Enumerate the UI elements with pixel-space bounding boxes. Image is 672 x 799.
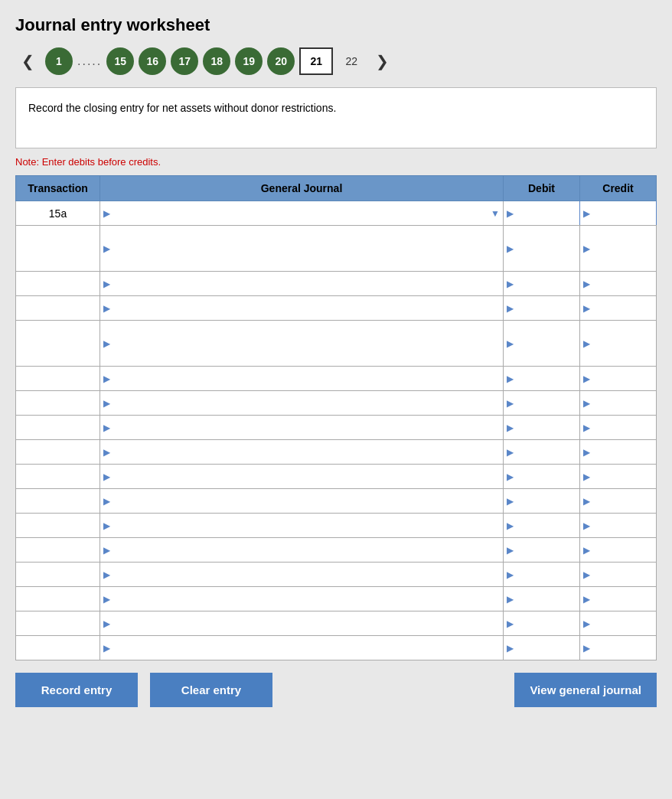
cell-arrow-icon: ▶: [103, 545, 110, 556]
table-row: ▶ ▶ ▶: [16, 611, 657, 636]
credit-arrow-icon: ▶: [583, 398, 590, 409]
debit-arrow-icon: ▶: [507, 243, 514, 254]
table-row: 15a ▶ ▼ ▶ ▶: [16, 201, 657, 226]
cell-arrow-icon: ▶: [103, 373, 110, 384]
cell-arrow-icon: ▶: [103, 496, 110, 507]
debit-arrow-icon: ▶: [507, 569, 514, 580]
transaction-cell-2: [16, 226, 100, 272]
instruction-text: Record the closing entry for net assets …: [28, 102, 336, 114]
nav-plain-22[interactable]: 22: [338, 47, 365, 75]
note-text: Note: Enter debits before credits.: [15, 156, 657, 168]
credit-arrow-icon: ▶: [583, 338, 590, 349]
debit-arrow-icon: ▶: [507, 279, 514, 289]
cell-arrow-icon: ▶: [103, 398, 110, 409]
debit-arrow-icon: ▶: [507, 496, 514, 507]
cell-arrow-icon: ▶: [103, 447, 110, 458]
table-row: ▶ ▶ ▶: [16, 296, 657, 321]
credit-arrow-icon: ▶: [583, 303, 590, 314]
debit-arrow-icon: ▶: [507, 643, 514, 654]
credit-arrow-icon: ▶: [583, 618, 590, 629]
record-entry-button[interactable]: Record entry: [15, 673, 138, 707]
cell-arrow-icon: ▶: [103, 208, 110, 219]
col-credit: Credit: [580, 176, 657, 201]
table-row: ▶ ▶ ▶: [16, 440, 657, 465]
credit-arrow-icon: ▶: [583, 569, 590, 580]
prev-arrow[interactable]: ❮: [15, 49, 41, 73]
table-row: ▶ ▶ ▶: [16, 587, 657, 611]
table-row: ▶ ▶ ▶: [16, 321, 657, 367]
table-row: ▶ ▶ ▶: [16, 563, 657, 587]
credit-arrow-icon: ▶: [583, 447, 590, 458]
cell-arrow-icon: ▶: [103, 303, 110, 314]
journal-cell-2[interactable]: ▶: [100, 226, 504, 272]
credit-cell-2[interactable]: ▶: [580, 226, 657, 272]
nav-circle-15[interactable]: 15: [106, 47, 134, 75]
cell-arrow-icon: ▶: [103, 422, 110, 433]
cell-arrow-icon: ▶: [103, 520, 110, 531]
debit-arrow-icon: ▶: [507, 545, 514, 556]
page-title: Journal entry worksheet: [15, 15, 657, 35]
table-row: ▶ ▶ ▶: [16, 391, 657, 416]
credit-arrow-icon: ▶: [583, 208, 590, 219]
cell-arrow-icon: ▶: [103, 243, 110, 254]
nav-active-21[interactable]: 21: [299, 47, 333, 75]
cell-arrow-icon: ▶: [103, 471, 110, 482]
next-arrow[interactable]: ❯: [370, 49, 395, 73]
credit-arrow-icon: ▶: [583, 545, 590, 556]
debit-arrow-icon: ▶: [507, 447, 514, 458]
debit-arrow-icon: ▶: [507, 594, 514, 605]
col-general-journal: General Journal: [100, 176, 504, 201]
cell-arrow-icon: ▶: [103, 569, 110, 580]
nav-circle-19[interactable]: 19: [235, 47, 263, 75]
cell-arrow-icon: ▶: [103, 618, 110, 629]
nav-circle-20[interactable]: 20: [267, 47, 295, 75]
nav-dots: .....: [77, 54, 102, 68]
debit-arrow-icon: ▶: [507, 373, 514, 384]
credit-arrow-icon: ▶: [583, 643, 590, 654]
debit-arrow-icon: ▶: [507, 398, 514, 409]
nav-circle-1[interactable]: 1: [45, 47, 73, 75]
table-row: ▶ ▶ ▶: [16, 514, 657, 538]
table-row: ▶ ▶ ▶: [16, 416, 657, 440]
journal-table: Transaction General Journal Debit Credit…: [15, 175, 657, 660]
credit-arrow-icon: ▶: [583, 520, 590, 531]
col-transaction: Transaction: [16, 176, 100, 201]
debit-arrow-icon: ▶: [507, 422, 514, 433]
clear-entry-button[interactable]: Clear entry: [150, 673, 272, 707]
debit-arrow-icon: ▶: [507, 208, 514, 219]
view-general-journal-button[interactable]: View general journal: [514, 673, 657, 707]
debit-arrow-icon: ▶: [507, 520, 514, 531]
cell-arrow-icon: ▶: [103, 279, 110, 289]
debit-cell-1[interactable]: ▶: [504, 201, 580, 226]
transaction-cell-1: 15a: [16, 201, 100, 226]
cell-arrow-icon: ▶: [103, 594, 110, 605]
debit-cell-2[interactable]: ▶: [504, 226, 580, 272]
table-row: ▶ ▶ ▶: [16, 272, 657, 296]
nav-circle-17[interactable]: 17: [171, 47, 198, 75]
credit-arrow-icon: ▶: [583, 373, 590, 384]
table-row: ▶ ▶ ▶: [16, 538, 657, 563]
nav-circle-16[interactable]: 16: [139, 47, 166, 75]
debit-arrow-icon: ▶: [507, 338, 514, 349]
journal-dropdown-cell[interactable]: ▶ ▼: [100, 201, 504, 226]
buttons-row: Record entry Clear entry View general jo…: [15, 673, 657, 707]
credit-cell-1[interactable]: ▶: [580, 201, 657, 226]
debit-arrow-icon: ▶: [507, 618, 514, 629]
dropdown-arrow-icon: ▼: [491, 208, 500, 219]
table-row: ▶ ▶ ▶: [16, 489, 657, 514]
table-row: ▶ ▶ ▶: [16, 465, 657, 489]
debit-arrow-icon: ▶: [507, 471, 514, 482]
table-row: ▶ ▶ ▶: [16, 636, 657, 660]
navigation-row: ❮ 1 ..... 15 16 17 18 19 20 21 22 ❯: [15, 47, 657, 75]
nav-circle-18[interactable]: 18: [203, 47, 230, 75]
debit-arrow-icon: ▶: [507, 303, 514, 314]
col-debit: Debit: [504, 176, 580, 201]
credit-arrow-icon: ▶: [583, 496, 590, 507]
credit-arrow-icon: ▶: [583, 594, 590, 605]
credit-arrow-icon: ▶: [583, 279, 590, 289]
table-row: ▶ ▶ ▶: [16, 367, 657, 391]
credit-arrow-icon: ▶: [583, 422, 590, 433]
cell-arrow-icon: ▶: [103, 643, 110, 654]
table-row: ▶ ▶ ▶: [16, 226, 657, 272]
credit-arrow-icon: ▶: [583, 243, 590, 254]
